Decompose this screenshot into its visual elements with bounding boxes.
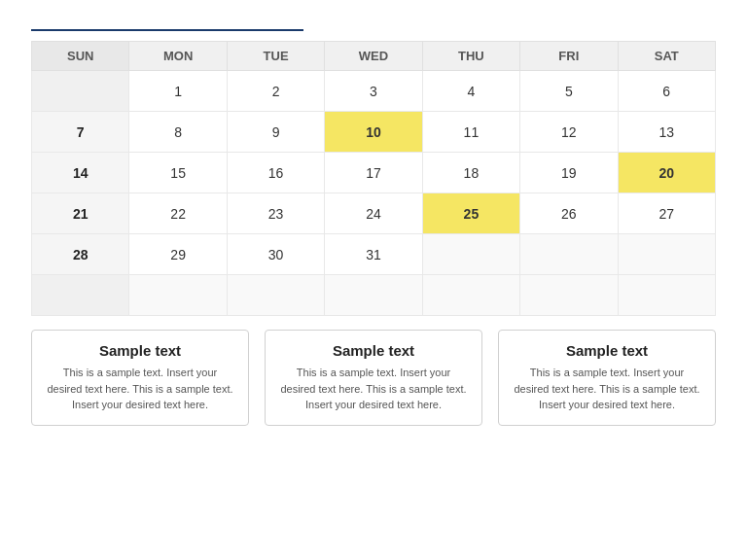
calendar-cell: 3 (325, 71, 422, 112)
calendar-cell: 20 (618, 153, 715, 193)
calendar-cell: 2 (227, 71, 324, 112)
calendar-cell: 28 (32, 234, 129, 275)
calendar-cell (422, 234, 519, 275)
day-header-thu: THU (422, 42, 519, 71)
calendar-cell: 22 (129, 193, 227, 234)
calendar-cell: 25 (422, 193, 519, 234)
calendar-cell (618, 234, 715, 275)
info-box-1: Sample textThis is a sample text. Insert… (31, 330, 249, 426)
calendar: SUN MON TUE WED THU FRI SAT 123456789101… (31, 41, 716, 316)
calendar-cell: 17 (325, 153, 422, 193)
calendar-cell: 13 (618, 112, 715, 153)
day-header-wed: WED (325, 42, 422, 71)
calendar-cell: 27 (618, 193, 715, 234)
calendar-cell: 21 (32, 193, 129, 234)
calendar-cell: 12 (520, 112, 618, 153)
calendar-cell: 14 (32, 153, 129, 193)
calendar-cell: 6 (618, 71, 715, 112)
calendar-header-row: SUN MON TUE WED THU FRI SAT (32, 42, 716, 71)
day-header-fri: FRI (520, 42, 618, 71)
calendar-cell (129, 275, 227, 316)
header-divider (31, 29, 303, 31)
calendar-cell: 26 (520, 193, 618, 234)
calendar-cell: 7 (32, 112, 129, 153)
info-box-3: Sample textThis is a sample text. Insert… (498, 330, 716, 426)
calendar-cell: 29 (129, 234, 227, 275)
info-box-title-1: Sample text (46, 342, 234, 359)
calendar-cell: 8 (129, 112, 227, 153)
info-box-2: Sample textThis is a sample text. Insert… (265, 330, 482, 426)
calendar-cell (520, 275, 618, 316)
calendar-cell (618, 275, 715, 316)
info-box-text-3: This is a sample text. Insert your desir… (513, 365, 701, 413)
calendar-cell (32, 275, 129, 316)
info-box-title-2: Sample text (279, 342, 468, 359)
day-header-sun: SUN (32, 42, 129, 71)
day-header-sat: SAT (618, 42, 715, 71)
calendar-cell (422, 275, 519, 316)
calendar-cell (32, 71, 129, 112)
calendar-cell: 11 (422, 112, 519, 153)
calendar-cell: 19 (520, 153, 618, 193)
calendar-cell (520, 234, 618, 275)
calendar-cell: 1 (129, 71, 227, 112)
day-header-tue: TUE (227, 42, 324, 71)
calendar-cell: 23 (227, 193, 324, 234)
calendar-cell (227, 275, 324, 316)
calendar-body: 1234567891011121314151617181920212223242… (32, 71, 716, 316)
calendar-cell: 5 (520, 71, 618, 112)
calendar-cell: 31 (325, 234, 422, 275)
calendar-cell: 4 (422, 71, 519, 112)
info-boxes-section: Sample textThis is a sample text. Insert… (31, 330, 716, 426)
calendar-cell: 18 (422, 153, 519, 193)
calendar-cell (325, 275, 422, 316)
calendar-cell: 9 (227, 112, 324, 153)
calendar-cell: 10 (325, 112, 422, 153)
info-box-title-3: Sample text (513, 342, 701, 359)
calendar-cell: 24 (325, 193, 422, 234)
calendar-cell: 30 (227, 234, 324, 275)
calendar-table: SUN MON TUE WED THU FRI SAT 123456789101… (31, 41, 716, 316)
calendar-cell: 16 (227, 153, 324, 193)
info-box-text-2: This is a sample text. Insert your desir… (279, 365, 468, 413)
info-box-text-1: This is a sample text. Insert your desir… (46, 365, 234, 413)
day-header-mon: MON (129, 42, 227, 71)
calendar-cell: 15 (129, 153, 227, 193)
